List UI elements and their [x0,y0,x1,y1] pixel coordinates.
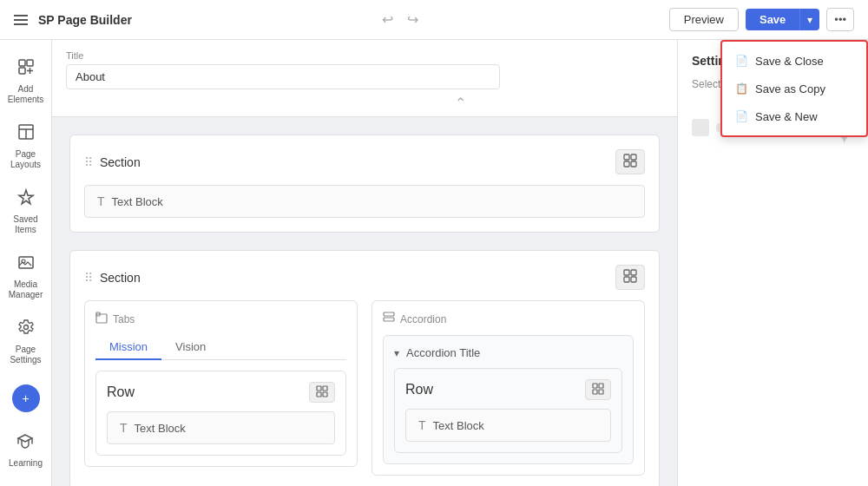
col-tabs: Tabs Mission Vision Row [84,300,358,476]
section-1-header: ⠿ Section [84,149,645,174]
svg-rect-16 [631,270,636,275]
sidebar-item-page-settings-label: PageSettings [10,345,41,365]
save-new-item[interactable]: 📄 Save & New [722,102,866,130]
accordion-title-label: Accordion Title [406,346,480,359]
user-avatar[interactable]: + [12,384,40,412]
svg-rect-12 [631,154,636,160]
accordion-row-title: Row [405,382,433,397]
accordion-widget-icon [383,312,395,326]
save-close-icon: 📄 [734,54,748,68]
accordion-chevron-icon: ▾ [394,347,399,359]
save-button[interactable]: Save [746,9,799,30]
sidebar-item-saved-items[interactable]: SavedItems [0,181,51,242]
tabs-widget-icon [95,312,108,326]
sidebar: AddElements PageLayouts SavedItems [0,40,52,486]
save-new-icon: 📄 [734,109,748,123]
canvas-content: ⠿ Section T Text Block [52,117,677,486]
svg-rect-2 [19,68,25,74]
page-layouts-icon [16,122,36,146]
tabs-row-grid-button[interactable] [309,382,335,403]
save-copy-item[interactable]: 📋 Save as Copy [722,75,866,102]
accordion-content: ▾ Accordion Title Row [383,335,634,464]
sidebar-item-page-layouts-label: PageLayouts [10,149,41,170]
save-close-item[interactable]: 📄 Save & Close [722,47,866,75]
topbar-left: SP Page Builder [14,13,132,27]
tabs-navigation: Mission Vision [95,335,346,360]
svg-point-10 [23,325,28,330]
topbar-right: Preview Save ▾ ••• [669,8,854,31]
redo-button[interactable]: ↪ [402,8,424,31]
section-block-1: ⠿ Section T Text Block [69,135,660,233]
sidebar-item-learning-label: Learning [9,458,43,469]
section-2-grid-button[interactable] [615,265,645,290]
svg-rect-22 [323,386,327,391]
section-1-text-block[interactable]: T Text Block [84,185,645,218]
svg-rect-23 [317,392,321,397]
preview-button[interactable]: Preview [669,8,739,31]
save-dropdown-button[interactable]: ▾ [799,9,819,30]
sidebar-item-add-elements[interactable]: AddElements [0,50,51,112]
text-icon: T [97,194,105,208]
save-group: Save ▾ [746,9,819,30]
save-copy-label: Save as Copy [755,82,825,95]
svg-rect-27 [593,384,597,388]
tabs-widget-header: Tabs [95,312,346,326]
sidebar-bottom: Learning [5,424,46,476]
tabs-text-block[interactable]: T Text Block [107,411,335,444]
sidebar-item-media-manager[interactable]: MediaManager [0,246,51,307]
accordion-row-header: Row [405,379,611,400]
app-title: SP Page Builder [38,13,132,27]
svg-rect-11 [624,154,629,160]
tabs-row-title: Row [107,384,135,400]
accordion-widget-container: Accordion ▾ Accordion Title Row [372,300,645,476]
section-1-header-left: ⠿ Section [84,155,141,169]
add-elements-icon [16,57,36,81]
svg-rect-30 [599,390,603,394]
sidebar-item-page-settings[interactable]: PageSettings [0,311,51,372]
page-settings-icon [16,318,36,341]
sidebar-item-page-layouts[interactable]: PageLayouts [0,115,51,177]
media-manager-icon [16,253,36,276]
section-2-drag-handle[interactable]: ⠿ [84,271,93,285]
sidebar-item-learning[interactable]: Learning [5,424,46,476]
undo-redo-group: ↩ ↪ [377,8,424,31]
text-block-label: Text Block [112,195,163,208]
svg-rect-18 [631,277,636,282]
accordion-row-grid-button[interactable] [585,379,611,400]
svg-rect-1 [27,60,33,66]
more-options-button[interactable]: ••• [826,8,854,31]
tab-vision[interactable]: Vision [161,335,220,360]
section-2-header: ⠿ Section [84,265,645,290]
topbar: SP Page Builder ↩ ↪ Preview Save ▾ ••• 📄… [0,0,868,40]
hamburger-icon[interactable] [14,15,28,25]
svg-rect-15 [624,270,629,275]
tabs-widget-label: Tabs [113,313,135,325]
svg-rect-21 [317,386,321,391]
save-dropdown-menu: 📄 Save & Close 📋 Save as Copy 📄 Save & N… [720,40,868,137]
svg-rect-25 [384,312,394,316]
tab-mission[interactable]: Mission [95,335,161,360]
accordion-text-block[interactable]: T Text Block [405,409,611,442]
section-2-title: Section [100,271,141,285]
page-title-input[interactable] [66,64,500,89]
section-2-header-left: ⠿ Section [84,271,141,285]
section-block-2: ⠿ Section [69,250,660,486]
sidebar-item-saved-items-label: SavedItems [13,214,37,235]
svg-rect-17 [624,277,629,282]
accordion-title-row: ▾ Accordion Title [394,346,622,359]
tabs-row-header: Row [107,382,335,403]
accordion-widget-label: Accordion [400,313,446,325]
svg-rect-14 [631,161,636,167]
tabs-row-block: Row [95,371,346,456]
learning-icon [16,431,35,455]
section-1-drag-handle[interactable]: ⠿ [84,155,93,169]
accordion-text-block-label: Text Block [433,419,484,432]
undo-button[interactable]: ↩ [377,8,398,31]
svg-rect-13 [624,161,629,167]
accordion-widget-header: Accordion [383,312,634,326]
section-1-grid-button[interactable] [615,149,645,174]
col-accordion: Accordion ▾ Accordion Title Row [372,300,645,476]
accordion-row-block: Row [394,368,622,453]
sidebar-item-media-manager-label: MediaManager [9,279,43,300]
tabs-text-block-label: Text Block [135,422,186,435]
